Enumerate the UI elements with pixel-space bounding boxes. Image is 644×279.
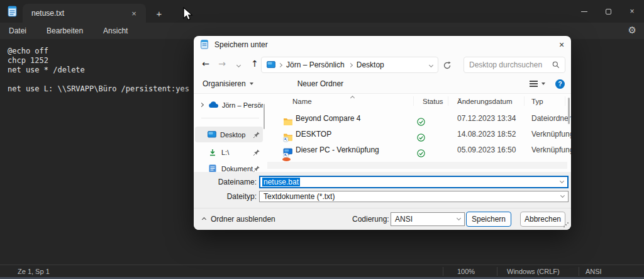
settings-gear-icon[interactable]: ⚙ xyxy=(628,25,636,36)
maximize-icon xyxy=(606,9,611,14)
breadcrumb-current[interactable]: Desktop xyxy=(355,60,386,69)
breadcrumb-root[interactable]: Jörn – Persönlich xyxy=(285,60,346,69)
organize-button[interactable]: Organisieren xyxy=(197,76,258,91)
sidebar-item-documents[interactable]: Dokumente xyxy=(195,161,263,172)
dropdown-triangle-icon xyxy=(541,83,545,85)
file-type: Dateiordner xyxy=(531,110,571,126)
new-folder-button[interactable]: Neuer Ordner xyxy=(292,76,348,91)
column-header-status[interactable]: Status xyxy=(423,94,443,108)
new-tab-button[interactable]: + xyxy=(151,5,167,21)
back-icon[interactable]: ← xyxy=(197,59,214,69)
filename-label: Dateiname: xyxy=(194,178,257,186)
file-name: Beyond Compare 4 xyxy=(296,110,360,126)
hide-folders-button[interactable]: Ordner ausblenden xyxy=(194,215,275,224)
dialog-titlebar: Speichern unter × xyxy=(194,36,571,53)
filetype-select[interactable]: Textdokumente (*.txt) xyxy=(259,191,569,202)
sidebar-scrollbar[interactable] xyxy=(264,104,265,129)
encoding-value: ANSI xyxy=(395,215,413,224)
file-row[interactable]: Dieser PC - Verknüpfung 05.09.2023 16:50… xyxy=(267,142,571,157)
maximize-button[interactable] xyxy=(596,0,620,23)
dialog-close-button[interactable]: × xyxy=(552,36,571,53)
file-date: 05.09.2023 16:50 xyxy=(457,142,516,157)
organize-label: Organisieren xyxy=(203,79,246,88)
help-button[interactable]: ? xyxy=(555,79,565,89)
history-chevron-icon[interactable] xyxy=(230,59,247,69)
column-header-date[interactable]: Änderungsdatum xyxy=(457,94,513,108)
sidebar-item-desktop[interactable]: Desktop xyxy=(195,127,263,142)
chevron-down-icon xyxy=(236,63,240,67)
file-type: Verknüpfung xyxy=(531,126,571,142)
notepad-titlebar: netuse.txt × + × xyxy=(0,0,644,23)
file-row[interactable]: Beyond Compare 4 07.12.2023 13:34 Dateio… xyxy=(267,110,571,126)
expand-chevron-icon[interactable] xyxy=(199,103,204,107)
desktop-icon xyxy=(208,131,216,139)
pin-icon[interactable] xyxy=(253,149,260,156)
refresh-icon[interactable] xyxy=(443,61,452,70)
dialog-title: Speichern unter xyxy=(214,40,268,49)
file-name: Dieser PC - Verknüpfung xyxy=(296,142,379,157)
mouse-cursor xyxy=(183,7,193,21)
vertical-scrollbar-thumb[interactable] xyxy=(568,98,570,124)
forward-icon[interactable]: → xyxy=(214,59,230,69)
tab-title: netuse.txt xyxy=(31,9,128,18)
sidebar-item-l-drive[interactable]: L:\ xyxy=(195,144,263,160)
column-header-type[interactable]: Typ xyxy=(531,94,543,108)
chevron-up-icon xyxy=(202,217,206,221)
header-separator xyxy=(524,96,525,106)
resize-grip[interactable] xyxy=(564,222,569,227)
close-button[interactable]: × xyxy=(620,0,644,23)
filetype-label: Dateityp: xyxy=(194,192,257,201)
address-dropdown-icon[interactable] xyxy=(429,62,433,67)
file-browser: Jörn – Persönlich Desktop xyxy=(194,94,571,172)
cancel-button[interactable]: Abbrechen xyxy=(520,212,565,227)
pin-icon[interactable] xyxy=(253,165,260,173)
filetype-value: Textdokumente (*.txt) xyxy=(264,192,335,201)
tab-close-icon[interactable]: × xyxy=(128,9,140,18)
onedrive-cloud-icon xyxy=(208,101,219,108)
dialog-toolbar: Organisieren Neuer Ordner ? xyxy=(194,74,571,94)
minimize-button[interactable] xyxy=(572,0,596,23)
menu-bearbeiten[interactable]: Bearbeiten xyxy=(40,24,89,38)
menu-ansicht[interactable]: Ansicht xyxy=(97,24,134,38)
file-type: Verknüpfung xyxy=(531,142,571,157)
encoding-label: Codierung: xyxy=(352,215,387,224)
breadcrumb-sep-icon xyxy=(348,62,353,67)
search-input[interactable]: Desktop durchsuchen xyxy=(464,57,565,73)
header-separator xyxy=(565,96,565,106)
hide-folders-label: Ordner ausblenden xyxy=(211,215,275,224)
header-separator xyxy=(413,96,414,106)
header-separator xyxy=(448,96,448,106)
new-folder-label: Neuer Ordner xyxy=(297,79,343,88)
file-date: 14.08.2023 18:52 xyxy=(457,126,516,142)
chevron-down-icon[interactable] xyxy=(457,216,461,220)
view-mode-button[interactable] xyxy=(525,77,550,90)
horizontal-scrollbar[interactable] xyxy=(267,162,567,169)
statusbar-cursor-position: Ze 1, Sp 1 xyxy=(0,268,443,275)
dialog-sidebar: Jörn – Persönlich Desktop xyxy=(194,94,265,172)
sidebar-item-label: Jörn – Persönlich xyxy=(222,101,263,109)
chevron-down-icon[interactable] xyxy=(560,193,565,198)
statusbar-line-ending: Windows (CRLF) xyxy=(497,267,579,276)
list-view-icon xyxy=(530,81,538,82)
filename-input[interactable]: netuse.bat xyxy=(259,176,569,188)
sidebar-item-onedrive[interactable]: Jörn – Persönlich xyxy=(195,97,263,113)
file-row[interactable]: DESKTOP 14.08.2023 18:52 Verknüpfung xyxy=(267,126,571,142)
sidebar-item-label: Desktop xyxy=(220,131,253,139)
encoding-select[interactable]: ANSI xyxy=(391,212,465,226)
file-list: Name Status Änderungsdatum Typ Beyond Co… xyxy=(267,94,571,172)
window-controls: × xyxy=(572,0,644,23)
tab-netuse[interactable]: netuse.txt × xyxy=(23,4,146,23)
save-button[interactable]: Speichern xyxy=(466,212,511,227)
pin-icon[interactable] xyxy=(253,131,260,139)
statusbar-zoom: 100% xyxy=(443,267,497,276)
documents-icon xyxy=(209,164,216,172)
address-bar[interactable]: Jörn – Persönlich Desktop xyxy=(261,57,438,73)
dropdown-triangle-icon xyxy=(250,83,253,85)
minimize-icon xyxy=(581,11,587,12)
column-header-name[interactable]: Name xyxy=(292,94,312,108)
sync-status-icon xyxy=(417,145,425,161)
dialog-footer: Ordner ausblenden Codierung: ANSI Speich… xyxy=(194,208,571,230)
menu-datei[interactable]: Datei xyxy=(3,24,33,38)
chevron-down-icon[interactable] xyxy=(560,179,564,183)
file-name: DESKTOP xyxy=(296,126,331,142)
